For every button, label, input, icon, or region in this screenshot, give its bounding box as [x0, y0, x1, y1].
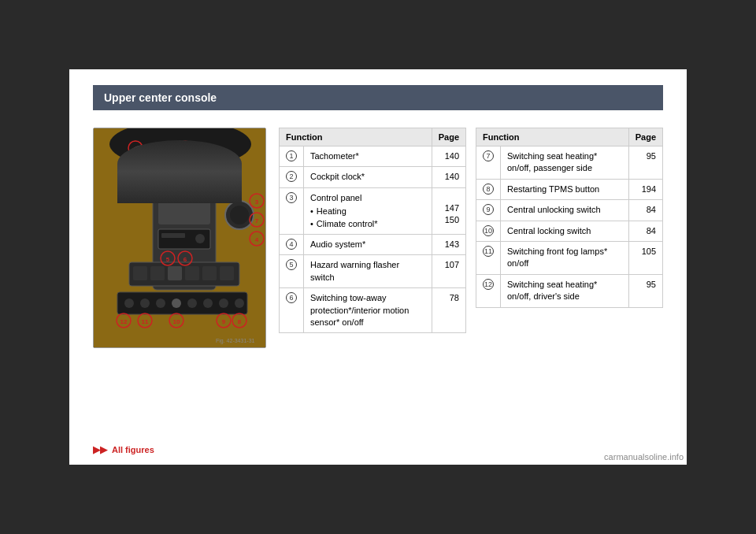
right-page-header: Page — [628, 128, 662, 146]
svg-point-24 — [140, 299, 150, 308]
border-top — [0, 0, 756, 69]
svg-rect-18 — [168, 266, 182, 280]
left-table-container: Function Page 1 Tachometer* 140 — [279, 128, 466, 348]
table-row: 7 Switching seat heating* on/off, passen… — [476, 146, 663, 180]
row-page: 107 — [432, 255, 465, 288]
table-row: 3 Control panel •Heating •Climate contro… — [280, 187, 466, 234]
content-area: Upper center console — [69, 69, 687, 465]
svg-point-14 — [195, 234, 205, 243]
svg-rect-17 — [150, 266, 165, 280]
row-page: 194 — [628, 179, 662, 199]
link-label: All figures — [112, 445, 154, 454]
svg-point-7 — [192, 165, 197, 170]
svg-text:9: 9 — [222, 318, 226, 325]
row-page: 78 — [432, 288, 465, 333]
row-number: 10 — [476, 221, 501, 241]
row-function: Switching tow-away protection*/interior … — [304, 288, 432, 333]
row-page: 84 — [628, 221, 662, 241]
row-number: 2 — [280, 167, 304, 187]
row-number: 3 — [280, 187, 304, 234]
svg-text:6: 6 — [183, 256, 187, 263]
svg-point-1 — [109, 128, 251, 168]
dashboard-svg: 1 2 3 4 5 6 — [94, 128, 266, 348]
svg-rect-19 — [185, 266, 199, 280]
svg-text:4: 4 — [255, 236, 259, 243]
border-right — [687, 69, 756, 465]
svg-text:Fig. 42-3431-31: Fig. 42-3431-31 — [216, 338, 255, 344]
svg-rect-21 — [220, 266, 234, 280]
svg-point-6 — [177, 150, 212, 185]
left-function-header: Function — [280, 128, 432, 146]
row-number: 4 — [280, 234, 304, 254]
row-number: 8 — [476, 179, 501, 199]
svg-rect-13 — [161, 233, 185, 238]
tables-area: Function Page 1 Tachometer* 140 — [279, 128, 663, 348]
arrow-icon: ▶▶ — [93, 444, 107, 455]
svg-point-33 — [178, 141, 192, 155]
border-bottom — [0, 465, 756, 534]
row-page: 84 — [628, 200, 662, 221]
right-function-header: Function — [476, 128, 629, 146]
row-page: 95 — [628, 274, 662, 307]
svg-point-4 — [143, 165, 147, 170]
svg-text:11: 11 — [142, 318, 149, 325]
right-function-table: Function Page 7 Switching seat heating* … — [476, 128, 663, 308]
svg-point-26 — [172, 299, 181, 308]
row-page: 147150 — [432, 187, 465, 234]
row-function: Central unlocking switch — [501, 200, 629, 221]
row-function: Control panel •Heating •Climate control* — [304, 187, 432, 234]
svg-point-2 — [123, 146, 167, 190]
row-function: Hazard warning flasher switch — [304, 255, 432, 288]
svg-text:2: 2 — [183, 146, 187, 153]
table-row: 1 Tachometer* 140 — [280, 146, 466, 167]
row-page: 143 — [432, 234, 465, 254]
row-number: 11 — [476, 241, 501, 274]
row-function: Cockpit clock* — [304, 167, 432, 187]
border-left — [0, 69, 69, 465]
svg-point-29 — [219, 299, 228, 308]
svg-text:1: 1 — [134, 146, 138, 153]
table-row: 9 Central unlocking switch 84 — [476, 200, 663, 221]
row-function: Audio system* — [304, 234, 432, 254]
row-page: 140 — [432, 167, 465, 187]
row-number: 12 — [476, 274, 501, 307]
table-row: 8 Restarting TPMS button 194 — [476, 179, 663, 199]
svg-point-23 — [124, 299, 134, 308]
row-function: Restarting TPMS button — [501, 179, 629, 199]
watermark-text: carmanualsoline.info — [604, 452, 684, 462]
row-number: 9 — [476, 200, 501, 221]
bottom-link-area[interactable]: ▶▶ All figures — [93, 444, 154, 455]
left-page-header: Page — [432, 128, 465, 146]
row-function: Switching seat heating* on/off, passenge… — [501, 146, 629, 180]
svg-point-11 — [230, 206, 249, 224]
row-function: Tachometer* — [304, 146, 432, 167]
table-row: 2 Cockpit clock* 140 — [280, 167, 466, 187]
row-number: 7 — [476, 146, 501, 180]
row-page: 95 — [628, 146, 662, 180]
dashboard-interior: 1 2 3 4 5 6 — [94, 128, 265, 347]
svg-text:5: 5 — [166, 256, 170, 263]
svg-text:7: 7 — [255, 217, 259, 224]
row-page: 140 — [432, 146, 465, 167]
svg-rect-9 — [158, 201, 210, 224]
svg-point-5 — [172, 146, 217, 190]
svg-point-25 — [156, 299, 165, 308]
table-row: 11 Switching front fog lamps* on/off 105 — [476, 241, 663, 274]
svg-text:3: 3 — [255, 198, 259, 206]
svg-rect-20 — [202, 266, 217, 280]
row-function: Central locking switch — [501, 221, 629, 241]
row-number: 5 — [280, 255, 304, 288]
section-title: Upper center console — [104, 91, 217, 104]
left-function-table: Function Page 1 Tachometer* 140 — [279, 128, 466, 333]
svg-rect-16 — [133, 266, 147, 280]
section-header: Upper center console — [93, 85, 663, 110]
svg-text:12: 12 — [120, 318, 128, 325]
svg-point-28 — [203, 299, 213, 308]
table-row: 12 Switching seat heating* on/off, drive… — [476, 274, 663, 307]
row-page: 105 — [628, 241, 662, 274]
row-function: Switching seat heating* on/off, driver's… — [501, 274, 629, 307]
svg-point-3 — [128, 150, 162, 185]
svg-text:10: 10 — [173, 318, 180, 325]
table-row: 4 Audio system* 143 — [280, 234, 466, 254]
table-row: 6 Switching tow-away protection*/interio… — [280, 288, 466, 333]
